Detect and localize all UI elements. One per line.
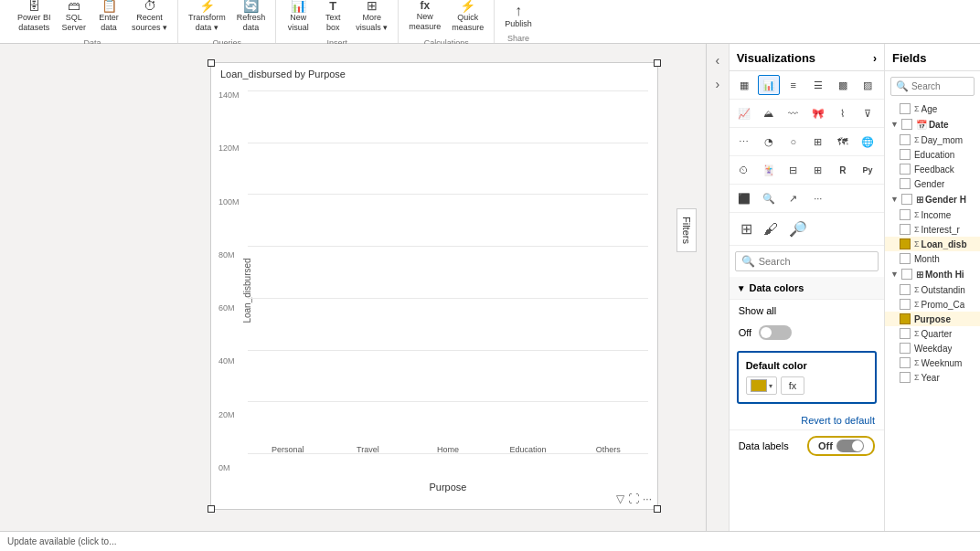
toggle-off-track[interactable] <box>759 325 792 340</box>
format-general-btn[interactable]: ⊞ <box>737 218 756 239</box>
publish-button[interactable]: ↑ Publish <box>500 0 537 31</box>
field-cb-weekday[interactable] <box>900 343 911 354</box>
viz-scatter[interactable]: ⋯ <box>733 132 755 152</box>
enter-data-button[interactable]: 📋 Enterdata <box>92 0 125 36</box>
viz-text-filter[interactable]: 🔍 <box>758 188 780 208</box>
viz-filled-map[interactable]: 🌐 <box>857 132 879 152</box>
color-swatch-button[interactable]: ▾ <box>746 376 777 395</box>
viz-kpi[interactable]: ↗ <box>783 188 804 208</box>
viz-py[interactable]: Py <box>857 160 879 180</box>
viz-pie[interactable]: ◔ <box>758 132 780 152</box>
viz-area[interactable]: ⛰ <box>758 103 780 123</box>
viz-table[interactable]: ⊟ <box>783 160 804 180</box>
data-labels-toggle[interactable]: Off <box>807 436 875 456</box>
more-visuals-button[interactable]: ⊞ Morevisuals ▾ <box>351 0 392 36</box>
field-item-income[interactable]: Σ Income <box>885 207 980 222</box>
viz-clustered-bar[interactable]: 📊 <box>758 75 780 95</box>
viz-stacked-bar-h[interactable]: ≡ <box>783 75 804 95</box>
recent-sources-button[interactable]: ⏱ Recentsources ▾ <box>127 0 172 36</box>
viz-100pct-col[interactable]: ▨ <box>857 75 879 95</box>
power-bi-datasets-button[interactable]: 🗄 Power BIdatasets <box>13 0 56 36</box>
field-group-gender-h[interactable]: ▼ ⊞ Gender H <box>885 191 980 207</box>
field-item-weeknum[interactable]: Σ Weeknum <box>885 355 980 370</box>
viz-ribbon[interactable]: 🎀 <box>807 103 829 123</box>
chart-focus-icon[interactable]: ⛶ <box>628 493 639 505</box>
viz-stacked-bar[interactable]: ▦ <box>733 75 755 95</box>
fields-search-box[interactable]: 🔍 <box>890 77 975 96</box>
field-cb-purpose[interactable] <box>900 313 911 324</box>
field-item-loan-disb[interactable]: Σ Loan_disb <box>885 237 980 251</box>
transform-data-button[interactable]: ⚡ Transformdata ▾ <box>184 0 230 36</box>
field-cb-feedback[interactable] <box>900 164 911 175</box>
fx-button[interactable]: fx <box>781 376 805 395</box>
viz-r[interactable]: R <box>832 160 854 180</box>
resize-handle-tl[interactable] <box>208 59 215 67</box>
text-box-button[interactable]: T Textbox <box>316 0 349 35</box>
refresh-data-button[interactable]: 🔄 Refreshdata <box>232 0 271 36</box>
field-item-quarter[interactable]: Σ Quarter <box>885 326 980 341</box>
field-cb-year[interactable] <box>900 372 911 383</box>
data-colors-section[interactable]: ▼ Data colors <box>730 277 884 300</box>
field-cb-promo-ca[interactable] <box>900 299 911 310</box>
viz-line2[interactable]: 〰 <box>783 103 804 123</box>
field-item-purpose[interactable]: Purpose <box>885 312 980 326</box>
revert-link[interactable]: Revert to default <box>730 411 884 429</box>
viz-more[interactable]: ··· <box>807 188 829 208</box>
resize-handle-tr[interactable] <box>654 59 661 67</box>
viz-search-input[interactable] <box>759 256 872 267</box>
fields-search-input[interactable] <box>911 81 969 91</box>
chart-filter-icon[interactable]: ▽ <box>616 493 624 505</box>
new-measure-button[interactable]: fx Newmeasure <box>404 0 445 35</box>
field-cb-gender[interactable] <box>900 178 911 189</box>
viz-donut[interactable]: ○ <box>783 132 804 152</box>
viz-card[interactable]: 🃏 <box>758 160 780 180</box>
viz-gauge[interactable]: ⏲ <box>733 160 755 180</box>
field-cb-age[interactable] <box>900 103 911 114</box>
sql-server-button[interactable]: 🗃 SQLServer <box>58 0 91 36</box>
new-visual-button[interactable]: 📊 Newvisual <box>282 0 314 36</box>
resize-handle-br[interactable] <box>654 505 661 513</box>
field-cb-weeknum[interactable] <box>900 357 911 368</box>
field-cb-month-hi-group[interactable] <box>901 269 912 280</box>
filters-tab[interactable]: Filters <box>676 208 697 252</box>
field-item-interest-r[interactable]: Σ Interest_r <box>885 222 980 237</box>
field-item-weekday[interactable]: Weekday <box>885 341 980 355</box>
chart-more-icon[interactable]: ··· <box>643 493 652 505</box>
chart-container[interactable]: Loan_disbursed by Purpose Loan_disbursed… <box>210 62 658 510</box>
viz-map[interactable]: 🗺 <box>832 132 854 152</box>
resize-handle-bl[interactable] <box>208 505 215 513</box>
viz-treemap[interactable]: ⊞ <box>807 132 829 152</box>
nav-forward-arrow[interactable]: › <box>711 73 723 95</box>
field-cb-interest-r[interactable] <box>900 224 911 235</box>
viz-funnel[interactable]: ⊽ <box>857 103 879 123</box>
field-cb-income[interactable] <box>900 209 911 220</box>
viz-line[interactable]: 📈 <box>733 103 755 123</box>
field-cb-outstandin[interactable] <box>900 284 911 295</box>
viz-matrix[interactable]: ⊞ <box>807 160 829 180</box>
quick-measure-button[interactable]: ⚡ Quickmeasure <box>447 0 488 36</box>
viz-waterfall[interactable]: ⌇ <box>832 103 854 123</box>
field-group-date[interactable]: ▼ 📅 Date <box>885 116 980 132</box>
field-item-outstandin[interactable]: Σ Outstandin <box>885 282 980 297</box>
field-item-feedback[interactable]: Feedback <box>885 162 980 176</box>
field-cb-date-group[interactable] <box>901 119 912 130</box>
field-cb-gender-h-group[interactable] <box>901 194 912 205</box>
format-paint-btn[interactable]: 🖌 <box>760 219 782 239</box>
format-analytics-btn[interactable]: 🔎 <box>785 218 811 239</box>
field-item-gender[interactable]: Gender <box>885 176 980 191</box>
viz-search-box[interactable]: 🔍 <box>735 251 879 271</box>
field-item-age[interactable]: Σ Age <box>885 101 980 116</box>
field-item-month[interactable]: Month <box>885 251 980 266</box>
field-cb-month[interactable] <box>900 253 911 264</box>
field-item-promo-ca[interactable]: Σ Promo_Ca <box>885 297 980 312</box>
field-group-month-hi[interactable]: ▼ ⊞ Month Hi <box>885 266 980 282</box>
nav-back-arrow[interactable]: ‹ <box>711 49 723 71</box>
field-cb-education[interactable] <box>900 149 911 160</box>
field-cb-day-mom[interactable] <box>900 134 911 145</box>
field-cb-quarter[interactable] <box>900 328 911 339</box>
viz-powerbi[interactable]: ⬛ <box>733 188 755 208</box>
field-cb-loan-disb[interactable] <box>900 238 911 249</box>
field-item-education[interactable]: Education <box>885 147 980 162</box>
field-item-year[interactable]: Σ Year <box>885 370 980 385</box>
field-item-day-mom[interactable]: Σ Day_mom <box>885 132 980 147</box>
